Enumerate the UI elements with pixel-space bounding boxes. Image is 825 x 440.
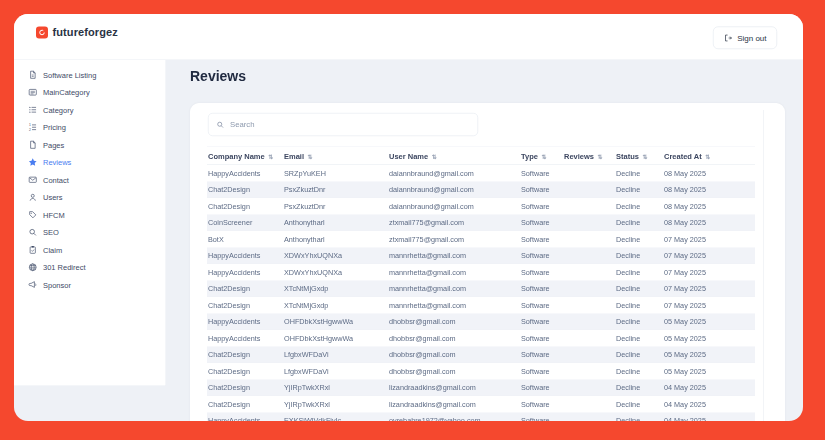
table-row: HappyAccidents XDWxYhxUQNXa mannrhetta@g… <box>207 264 755 281</box>
reviews-cell <box>563 297 615 314</box>
sidebar-item-sponsor[interactable]: Sponsor <box>14 276 166 294</box>
type-cell: Software <box>520 247 563 264</box>
tag-icon <box>28 210 38 220</box>
created-at-cell: 05 May 2025 <box>663 363 755 380</box>
company-name-link[interactable]: Chat2Design <box>207 280 283 297</box>
sidebar-item-users[interactable]: Users <box>14 189 166 207</box>
topbar: futureforgez Sign out <box>14 14 803 60</box>
email-cell: Anthonytharl <box>283 214 388 231</box>
user-icon <box>28 193 38 203</box>
sign-out-icon <box>724 33 733 42</box>
sidebar-item-pricing[interactable]: Pricing <box>14 119 166 137</box>
column-header-status[interactable]: Status⇅ <box>615 146 663 165</box>
table-row: Chat2Design LfgbxWFDaVi dhobbsr@gmail.co… <box>207 346 755 363</box>
type-cell: Software <box>520 297 563 314</box>
company-name-link[interactable]: Chat2Design <box>207 181 283 198</box>
created-at-cell: 04 May 2025 <box>663 379 755 396</box>
search-input[interactable] <box>230 120 470 129</box>
email-cell: XTcNtMjGxdp <box>283 280 388 297</box>
search-box <box>208 113 478 136</box>
company-name-link[interactable]: Chat2Design <box>207 198 283 215</box>
email-cell: LfgbxWFDaVi <box>283 346 388 363</box>
type-cell: Software <box>520 231 563 248</box>
company-name-link[interactable]: HappyAccidents <box>207 412 283 421</box>
reviews-card: Company Name⇅ Email⇅ User Name⇅ Type⇅ Re… <box>190 103 785 421</box>
reviews-cell <box>563 280 615 297</box>
sidebar-item-seo[interactable]: SEO <box>14 224 166 242</box>
company-name-link[interactable]: Chat2Design <box>207 297 283 314</box>
sidebar-item-label: Users <box>43 193 63 202</box>
reviews-table: Company Name⇅ Email⇅ User Name⇅ Type⇅ Re… <box>207 146 755 421</box>
sidebar-item-maincategory[interactable]: MainCategory <box>14 84 166 102</box>
column-header-company-name[interactable]: Company Name⇅ <box>207 146 283 165</box>
company-name-link[interactable]: HappyAccidents <box>207 313 283 330</box>
sort-icon: ⇅ <box>541 153 546 160</box>
table-row: Chat2Design LfgbxWFDaVi dhobbsr@gmail.co… <box>207 363 755 380</box>
page-title: Reviews <box>190 68 246 84</box>
company-name-link[interactable]: CoinScreener <box>207 214 283 231</box>
email-cell: PsxZkuztDnr <box>283 181 388 198</box>
table-scrollbar-track[interactable] <box>763 110 766 421</box>
sidebar-item-category[interactable]: Category <box>14 101 166 119</box>
column-header-created-at[interactable]: Created At⇅ <box>663 146 755 165</box>
table-body: HappyAccidents SRZpYuKEH daiannbraund@gm… <box>207 165 755 421</box>
company-name-link[interactable]: BotX <box>207 231 283 248</box>
column-header-type[interactable]: Type⇅ <box>520 146 563 165</box>
created-at-cell: 08 May 2025 <box>663 181 755 198</box>
company-name-link[interactable]: HappyAccidents <box>207 330 283 347</box>
reviews-cell <box>563 198 615 215</box>
type-cell: Software <box>520 330 563 347</box>
sidebar-item-claim[interactable]: Claim <box>14 241 166 259</box>
user-name-cell: ztxmail775@gmail.com <box>388 214 520 231</box>
app-window: futureforgez Sign out Software Listing M… <box>14 14 803 421</box>
user-name-cell: lizandraadkins@gmail.com <box>388 379 520 396</box>
sidebar-item-software-listing[interactable]: Software Listing <box>14 66 166 84</box>
sidebar-item-hfcm[interactable]: HFCM <box>14 206 166 224</box>
company-name-link[interactable]: HappyAccidents <box>207 247 283 264</box>
sort-icon: ⇅ <box>432 153 437 160</box>
table-row: HappyAccidents SRZpYuKEH daiannbraund@gm… <box>207 165 755 182</box>
status-cell: Decline <box>615 231 663 248</box>
company-name-link[interactable]: Chat2Design <box>207 363 283 380</box>
company-name-link[interactable]: Chat2Design <box>207 396 283 413</box>
sidebar-item-301-redirect[interactable]: 301 Redirect <box>14 259 166 277</box>
column-header-reviews[interactable]: Reviews⇅ <box>563 146 615 165</box>
reviews-cell <box>563 363 615 380</box>
sort-icon: ⇅ <box>598 153 603 160</box>
sidebar-item-reviews[interactable]: Reviews <box>14 154 166 172</box>
company-name-link[interactable]: HappyAccidents <box>207 264 283 281</box>
company-name-link[interactable]: Chat2Design <box>207 379 283 396</box>
email-cell: OHFDbkXstHgwwWa <box>283 313 388 330</box>
created-at-cell: 07 May 2025 <box>663 297 755 314</box>
column-header-email[interactable]: Email⇅ <box>283 146 388 165</box>
sidebar-item-pages[interactable]: Pages <box>14 136 166 154</box>
email-cell: YjIRpTwkXRxl <box>283 396 388 413</box>
list-icon <box>28 105 38 115</box>
company-name-link[interactable]: HappyAccidents <box>207 165 283 182</box>
type-cell: Software <box>520 280 563 297</box>
brand-logo: futureforgez <box>36 26 118 39</box>
status-cell: Decline <box>615 346 663 363</box>
sign-out-button[interactable]: Sign out <box>713 27 777 50</box>
created-at-cell: 04 May 2025 <box>663 396 755 413</box>
sidebar-item-contact[interactable]: Contact <box>14 171 166 189</box>
sidebar-item-label: MainCategory <box>43 88 90 97</box>
status-cell: Decline <box>615 264 663 281</box>
company-name-link[interactable]: Chat2Design <box>207 346 283 363</box>
reviews-cell <box>563 396 615 413</box>
card-list-icon <box>28 88 38 98</box>
status-cell: Decline <box>615 379 663 396</box>
type-cell: Software <box>520 346 563 363</box>
created-at-cell: 08 May 2025 <box>663 198 755 215</box>
type-cell: Software <box>520 363 563 380</box>
reviews-cell <box>563 379 615 396</box>
created-at-cell: 07 May 2025 <box>663 231 755 248</box>
email-cell: YjIRpTwkXRxl <box>283 379 388 396</box>
created-at-cell: 07 May 2025 <box>663 280 755 297</box>
sidebar-item-label: 301 Redirect <box>43 263 86 272</box>
sidebar-item-label: Software Listing <box>43 71 96 80</box>
user-name-cell: dhobbsr@gmail.com <box>388 330 520 347</box>
type-cell: Software <box>520 379 563 396</box>
type-cell: Software <box>520 412 563 421</box>
column-header-user-name[interactable]: User Name⇅ <box>388 146 520 165</box>
